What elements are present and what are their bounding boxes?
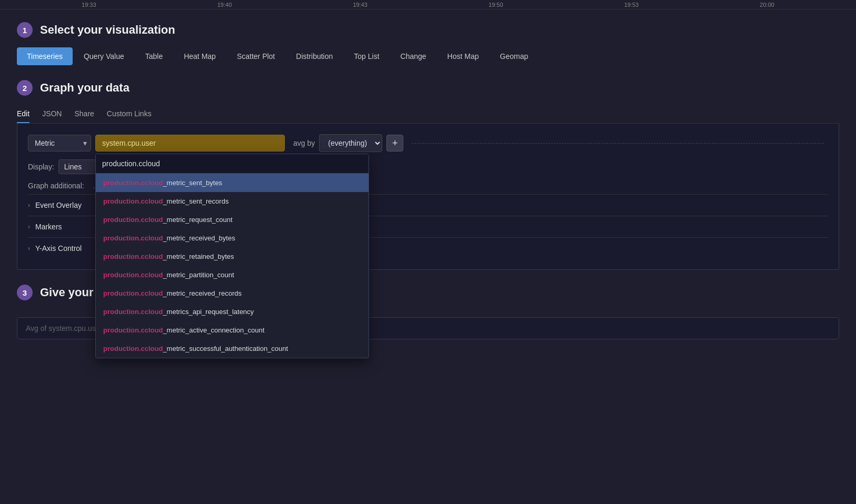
display-label: Display: xyxy=(28,163,54,171)
autocomplete-item[interactable]: production.ccloud_metric_received_record… xyxy=(96,284,369,303)
time-label-1: 19:33 xyxy=(82,2,96,8)
step2-badge: 2 xyxy=(17,80,33,96)
autocomplete-item[interactable]: production.ccloud_metric_partition_count xyxy=(96,266,369,284)
metric-input-wrapper: production.ccloud_metric_sent_bytes prod… xyxy=(95,135,285,152)
metric-select-wrapper: Metric ▾ xyxy=(28,135,91,152)
sub-tab-share[interactable]: Share xyxy=(74,105,94,123)
viz-tabs: Timeseries Query Value Table Heat Map Sc… xyxy=(17,47,839,65)
chevron-right-icon: › xyxy=(28,201,30,209)
tab-host-map[interactable]: Host Map xyxy=(437,47,489,65)
metric-type-dropdown[interactable]: Metric xyxy=(28,135,91,152)
step1-badge: 1 xyxy=(17,22,33,38)
time-label-6: 20:00 xyxy=(760,2,774,8)
display-select-wrapper: Lines xyxy=(58,159,97,174)
time-label-5: 19:53 xyxy=(624,2,639,8)
step2-section: 2 Graph your data Edit JSON Share Custom… xyxy=(17,80,839,270)
tab-distribution[interactable]: Distribution xyxy=(286,47,343,65)
tab-top-list[interactable]: Top List xyxy=(344,47,389,65)
avg-by-select[interactable]: (everything) xyxy=(319,134,382,152)
time-label-4: 19:50 xyxy=(489,2,503,8)
tab-scatter-plot[interactable]: Scatter Plot xyxy=(227,47,285,65)
add-query-button[interactable]: + xyxy=(386,135,403,152)
sub-tab-json[interactable]: JSON xyxy=(42,105,62,123)
tab-change[interactable]: Change xyxy=(391,47,436,65)
dashed-divider xyxy=(412,143,824,144)
autocomplete-item[interactable]: production.ccloud_metric_received_bytes xyxy=(96,229,369,247)
autocomplete-item[interactable]: production.ccloud_metric_retained_bytes xyxy=(96,247,369,266)
metric-row: Metric ▾ production.ccloud_metric_sent_b… xyxy=(28,134,828,152)
autocomplete-dropdown: production.ccloud_metric_sent_bytes prod… xyxy=(95,154,369,358)
markers-label: Markers xyxy=(35,223,62,231)
sub-tab-edit[interactable]: Edit xyxy=(17,105,29,123)
tab-timeseries[interactable]: Timeseries xyxy=(17,47,73,65)
autocomplete-item[interactable]: production.ccloud_metric_active_connecti… xyxy=(96,321,369,339)
autocomplete-item[interactable]: production.ccloud_metric_request_count xyxy=(96,210,369,229)
chevron-right-icon: › xyxy=(28,245,30,252)
sub-tab-custom-links[interactable]: Custom Links xyxy=(107,105,152,123)
autocomplete-search-input[interactable] xyxy=(96,154,369,174)
display-type-select[interactable]: Lines xyxy=(58,159,97,174)
metric-search-input[interactable] xyxy=(95,135,285,152)
autocomplete-item[interactable]: production.ccloud_metrics_api_request_la… xyxy=(96,303,369,321)
graph-additional-label: Graph additional: xyxy=(28,182,84,190)
autocomplete-list: production.ccloud_metric_sent_bytes prod… xyxy=(96,174,369,358)
step2-title: Graph your data xyxy=(40,81,130,95)
time-label-3: 19:43 xyxy=(353,2,367,8)
tab-table[interactable]: Table xyxy=(135,47,173,65)
time-label-2: 19:40 xyxy=(217,2,232,8)
step3-badge: 3 xyxy=(17,285,33,300)
event-overlay-label: Event Overlay xyxy=(35,201,82,209)
step1-header: 1 Select your visualization xyxy=(17,22,839,38)
sub-tabs: Edit JSON Share Custom Links xyxy=(17,105,839,124)
main-content: 1 Select your visualization Timeseries Q… xyxy=(0,9,856,504)
avg-by-label: avg by xyxy=(293,139,315,147)
autocomplete-item[interactable]: production.ccloud_metric_sent_records xyxy=(96,192,369,210)
step2-header: 2 Graph your data xyxy=(17,80,839,96)
graph-editor: Metric ▾ production.ccloud_metric_sent_b… xyxy=(17,124,839,270)
y-axis-label: Y-Axis Control xyxy=(35,244,82,253)
autocomplete-item[interactable]: production.ccloud_metric_successful_auth… xyxy=(96,339,369,358)
tab-geomap[interactable]: Geomap xyxy=(490,47,539,65)
tab-query-value[interactable]: Query Value xyxy=(74,47,134,65)
tab-heat-map[interactable]: Heat Map xyxy=(174,47,226,65)
chart-top-bar: 19:33 19:40 19:43 19:50 19:53 20:00 xyxy=(0,0,856,9)
autocomplete-item[interactable]: production.ccloud_metric_sent_bytes xyxy=(96,174,369,192)
chevron-right-icon: › xyxy=(28,223,30,230)
step1-title: Select your visualization xyxy=(40,23,175,37)
